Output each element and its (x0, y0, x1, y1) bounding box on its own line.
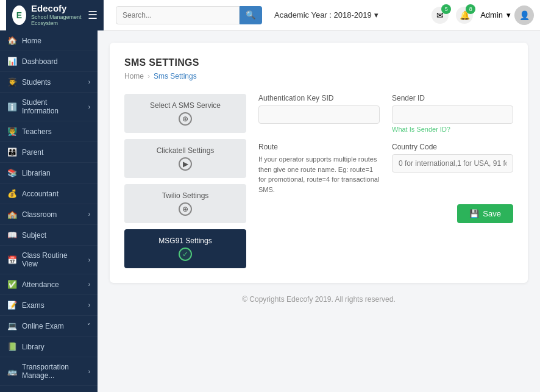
sidebar: 🏠 Home 📊 Dashboard 👨‍🎓 Students › ℹ️ Stu… (0, 30, 98, 392)
chevron-right-icon6: › (88, 302, 90, 308)
sidebar-label-accountant: Accountant (22, 190, 59, 198)
sidebar-label-attendance: Attendance (22, 280, 59, 289)
main-content: SMS SETTINGS Home › Sms Settings Select … (98, 30, 540, 392)
sidebar-item-librarian[interactable]: 📚 Librarian (0, 163, 98, 184)
logo-text-area: Edecofy School Management Ecosystem (31, 4, 88, 26)
librarian-icon: 📚 (7, 168, 17, 177)
search-button[interactable]: 🔍 (240, 6, 262, 24)
country-code-label: Country Code (392, 143, 513, 151)
parent-icon: 👨‍👩‍👦 (7, 148, 17, 157)
sender-id-group: Sender ID What Is Sender ID? (392, 94, 513, 133)
save-icon: 💾 (469, 209, 479, 218)
classroom-icon: 🏫 (7, 210, 17, 219)
breadcrumb-home[interactable]: Home (124, 72, 144, 80)
search-input[interactable] (116, 6, 240, 24)
select-sms-service-button[interactable]: Select A SMS Service ⊕ (124, 94, 246, 133)
sidebar-label-subject: Subject (22, 231, 46, 240)
sms-service-list: Select A SMS Service ⊕ Clickatell Settin… (124, 94, 246, 268)
sidebar-item-parent[interactable]: 👨‍👩‍👦 Parent (0, 142, 98, 163)
twilio-settings-button[interactable]: Twilio Settings ⊕ (124, 184, 246, 223)
sidebar-item-exams[interactable]: 📝 Exams › (0, 295, 98, 316)
logo-sub: School Management Ecosystem (31, 14, 88, 26)
sidebar-item-student-info[interactable]: ℹ️ Student Information › (0, 93, 98, 121)
sender-id-label: Sender ID (392, 94, 513, 102)
chevron-right-icon5: › (88, 281, 90, 288)
admin-arrow-icon: ▾ (506, 10, 511, 20)
chevron-right-icon: › (88, 79, 90, 85)
dashboard-icon: 📊 (7, 57, 17, 66)
select-service-icon: ⊕ (179, 112, 192, 126)
twilio-label: Twilio Settings (162, 191, 209, 200)
msg91-icon: ✓ (179, 248, 192, 261)
online-exam-icon: 💻 (7, 321, 17, 330)
sidebar-label-transportation: Transportation Manage... (22, 363, 83, 380)
hamburger-icon[interactable]: ☰ (88, 9, 98, 22)
sidebar-item-attendance[interactable]: ✅ Attendance › (0, 274, 98, 295)
chevron-right-icon3: › (88, 211, 90, 218)
sidebar-item-accountant[interactable]: 💰 Accountant (0, 184, 98, 204)
search-area: 🔍 (116, 6, 262, 24)
sidebar-item-subject[interactable]: 📖 Subject (0, 225, 98, 246)
breadcrumb-current: Sms Settings (154, 72, 197, 80)
country-code-input[interactable] (392, 154, 513, 173)
sidebar-label-home: Home (22, 37, 41, 45)
sidebar-item-dormitory[interactable]: 🏨 Dormitory Management (0, 386, 98, 392)
save-row: 💾 Save (258, 204, 513, 223)
route-description: If your operator supports multiple route… (258, 154, 380, 194)
sidebar-label-online-exam: Online Exam (22, 322, 64, 330)
sidebar-item-students[interactable]: 👨‍🎓 Students › (0, 72, 98, 93)
attendance-icon: ✅ (7, 280, 17, 289)
class-routine-icon: 📅 (7, 255, 17, 265)
admin-label: Admin (480, 10, 503, 20)
route-group: Route If your operator supports multiple… (258, 143, 380, 194)
select-service-label: Select A SMS Service (150, 101, 221, 110)
sidebar-item-class-routine[interactable]: 📅 Class Routine View › (0, 246, 98, 274)
student-info-icon: ℹ️ (7, 102, 17, 112)
sidebar-label-student-info: Student Information (22, 98, 83, 115)
chevron-right-icon7: › (88, 368, 90, 375)
sidebar-label-dashboard: Dashboard (22, 57, 58, 66)
sidebar-item-transportation[interactable]: 🚌 Transportation Manage... › (0, 357, 98, 386)
page-title: SMS SETTINGS (124, 57, 513, 68)
teachers-icon: 👨‍🏫 (7, 127, 17, 136)
sidebar-item-teachers[interactable]: 👨‍🏫 Teachers (0, 121, 98, 142)
sidebar-label-teachers: Teachers (22, 127, 52, 136)
sms-layout: Select A SMS Service ⊕ Clickatell Settin… (124, 94, 513, 268)
messages-count: 5 (441, 4, 451, 14)
auth-key-input[interactable] (258, 105, 380, 124)
sidebar-label-students: Students (22, 78, 51, 87)
sms-settings-card: SMS SETTINGS Home › Sms Settings Select … (110, 43, 528, 283)
academic-year[interactable]: Academic Year : 2018-2019 ▾ (274, 10, 378, 20)
form-row-2: Route If your operator supports multiple… (258, 143, 513, 194)
transportation-icon: 🚌 (7, 367, 17, 376)
sidebar-item-online-exam[interactable]: 💻 Online Exam ˅ (0, 316, 98, 337)
subject-icon: 📖 (7, 230, 17, 240)
sidebar-item-home[interactable]: 🏠 Home (0, 30, 98, 51)
sidebar-label-library: Library (22, 343, 44, 351)
sidebar-item-library[interactable]: 📗 Library (0, 337, 98, 357)
msg91-label: MSG91 Settings (158, 237, 211, 245)
messages-badge[interactable]: ✉ 5 (432, 7, 449, 24)
students-icon: 👨‍🎓 (7, 77, 17, 87)
sidebar-item-dashboard[interactable]: 📊 Dashboard (0, 51, 98, 72)
breadcrumb-separator: › (147, 72, 150, 80)
sender-id-input[interactable] (392, 105, 513, 124)
accountant-icon: 💰 (7, 189, 17, 198)
chevron-down-icon: ˅ (87, 323, 90, 329)
logo-area: E Edecofy School Management Ecosystem ☰ (6, 0, 104, 30)
notifications-badge[interactable]: 🔔 8 (456, 7, 473, 24)
sidebar-item-classroom[interactable]: 🏫 Classroom › (0, 204, 98, 225)
msg91-settings-button[interactable]: MSG91 Settings ✓ (124, 229, 246, 268)
footer: © Copyrights Edecofy 2019. All rights re… (110, 295, 528, 304)
logo-icon: E (12, 5, 26, 25)
form-row-1: Authentication Key SID Sender ID What Is… (258, 94, 513, 133)
route-label: Route (258, 143, 380, 151)
save-label: Save (483, 209, 501, 218)
exams-icon: 📝 (7, 301, 17, 310)
what-is-sender-link[interactable]: What Is Sender ID? (392, 126, 513, 133)
admin-menu[interactable]: Admin ▾ 👤 (480, 5, 534, 25)
sms-form: Authentication Key SID Sender ID What Is… (258, 94, 513, 268)
header-right: ✉ 5 🔔 8 Admin ▾ 👤 (432, 5, 534, 25)
save-button[interactable]: 💾 Save (457, 204, 513, 223)
clickatell-settings-button[interactable]: Clickatell Settings ▶ (124, 139, 246, 178)
